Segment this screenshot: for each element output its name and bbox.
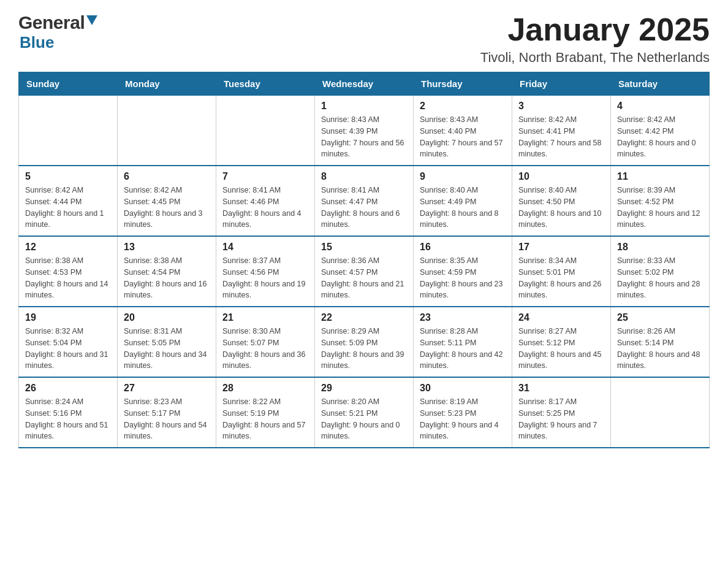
calendar-day-17: 17Sunrise: 8:34 AM Sunset: 5:01 PM Dayli… <box>512 236 611 307</box>
calendar-day-23: 23Sunrise: 8:28 AM Sunset: 5:11 PM Dayli… <box>414 307 512 377</box>
day-number: 20 <box>124 312 210 323</box>
calendar-day-16: 16Sunrise: 8:35 AM Sunset: 4:59 PM Dayli… <box>414 236 512 307</box>
calendar-day-15: 15Sunrise: 8:36 AM Sunset: 4:57 PM Dayli… <box>315 236 414 307</box>
day-info: Sunrise: 8:40 AM Sunset: 4:49 PM Dayligh… <box>420 185 506 231</box>
calendar-day-3: 3Sunrise: 8:42 AM Sunset: 4:41 PM Daylig… <box>512 96 611 166</box>
day-number: 9 <box>420 171 506 182</box>
calendar-empty-cell <box>118 96 216 166</box>
calendar-day-18: 18Sunrise: 8:33 AM Sunset: 5:02 PM Dayli… <box>611 236 710 307</box>
day-number: 30 <box>420 383 506 394</box>
calendar-day-2: 2Sunrise: 8:43 AM Sunset: 4:40 PM Daylig… <box>414 96 512 166</box>
day-info: Sunrise: 8:23 AM Sunset: 5:17 PM Dayligh… <box>124 396 210 442</box>
day-info: Sunrise: 8:42 AM Sunset: 4:44 PM Dayligh… <box>25 185 111 231</box>
day-number: 25 <box>617 312 703 323</box>
calendar-day-20: 20Sunrise: 8:31 AM Sunset: 5:05 PM Dayli… <box>118 307 216 377</box>
day-number: 28 <box>222 383 308 394</box>
day-number: 26 <box>25 383 111 394</box>
weekday-header-thursday: Thursday <box>414 72 512 96</box>
day-number: 19 <box>25 312 111 323</box>
day-number: 29 <box>321 383 407 394</box>
day-info: Sunrise: 8:36 AM Sunset: 4:57 PM Dayligh… <box>321 255 407 301</box>
calendar-table: SundayMondayTuesdayWednesdayThursdayFrid… <box>18 72 710 448</box>
calendar-day-24: 24Sunrise: 8:27 AM Sunset: 5:12 PM Dayli… <box>512 307 611 377</box>
calendar-day-9: 9Sunrise: 8:40 AM Sunset: 4:49 PM Daylig… <box>414 166 512 236</box>
day-info: Sunrise: 8:22 AM Sunset: 5:19 PM Dayligh… <box>222 396 308 442</box>
page-subtitle: Tivoli, North Brabant, The Netherlands <box>480 50 710 66</box>
calendar-week-row: 19Sunrise: 8:32 AM Sunset: 5:04 PM Dayli… <box>19 307 710 377</box>
calendar-day-25: 25Sunrise: 8:26 AM Sunset: 5:14 PM Dayli… <box>611 307 710 377</box>
day-number: 3 <box>518 101 604 112</box>
day-number: 21 <box>222 312 308 323</box>
day-info: Sunrise: 8:39 AM Sunset: 4:52 PM Dayligh… <box>617 185 703 231</box>
calendar-day-28: 28Sunrise: 8:22 AM Sunset: 5:19 PM Dayli… <box>216 377 315 448</box>
logo: General Blue <box>18 12 97 52</box>
calendar-day-29: 29Sunrise: 8:20 AM Sunset: 5:21 PM Dayli… <box>315 377 414 448</box>
logo-general-text: General <box>18 12 85 33</box>
day-info: Sunrise: 8:40 AM Sunset: 4:50 PM Dayligh… <box>518 185 604 231</box>
day-info: Sunrise: 8:20 AM Sunset: 5:21 PM Dayligh… <box>321 396 407 442</box>
day-info: Sunrise: 8:42 AM Sunset: 4:45 PM Dayligh… <box>124 185 210 231</box>
calendar-day-12: 12Sunrise: 8:38 AM Sunset: 4:53 PM Dayli… <box>19 236 118 307</box>
calendar-day-4: 4Sunrise: 8:42 AM Sunset: 4:42 PM Daylig… <box>611 96 710 166</box>
calendar-day-10: 10Sunrise: 8:40 AM Sunset: 4:50 PM Dayli… <box>512 166 611 236</box>
day-info: Sunrise: 8:29 AM Sunset: 5:09 PM Dayligh… <box>321 326 407 372</box>
calendar-day-5: 5Sunrise: 8:42 AM Sunset: 4:44 PM Daylig… <box>19 166 118 236</box>
day-number: 22 <box>321 312 407 323</box>
day-info: Sunrise: 8:37 AM Sunset: 4:56 PM Dayligh… <box>222 255 308 301</box>
calendar-week-row: 26Sunrise: 8:24 AM Sunset: 5:16 PM Dayli… <box>19 377 710 448</box>
day-info: Sunrise: 8:24 AM Sunset: 5:16 PM Dayligh… <box>25 396 111 442</box>
day-info: Sunrise: 8:27 AM Sunset: 5:12 PM Dayligh… <box>518 326 604 372</box>
logo-triangle-icon <box>86 15 97 28</box>
day-info: Sunrise: 8:38 AM Sunset: 4:53 PM Dayligh… <box>25 255 111 301</box>
calendar-day-27: 27Sunrise: 8:23 AM Sunset: 5:17 PM Dayli… <box>118 377 216 448</box>
calendar-day-30: 30Sunrise: 8:19 AM Sunset: 5:23 PM Dayli… <box>414 377 512 448</box>
calendar-day-13: 13Sunrise: 8:38 AM Sunset: 4:54 PM Dayli… <box>118 236 216 307</box>
calendar-empty-cell <box>19 96 118 166</box>
day-info: Sunrise: 8:19 AM Sunset: 5:23 PM Dayligh… <box>420 396 506 442</box>
day-info: Sunrise: 8:28 AM Sunset: 5:11 PM Dayligh… <box>420 326 506 372</box>
day-info: Sunrise: 8:43 AM Sunset: 4:40 PM Dayligh… <box>420 114 506 160</box>
day-info: Sunrise: 8:30 AM Sunset: 5:07 PM Dayligh… <box>222 326 308 372</box>
day-info: Sunrise: 8:17 AM Sunset: 5:25 PM Dayligh… <box>518 396 604 442</box>
day-number: 27 <box>124 383 210 394</box>
calendar-day-19: 19Sunrise: 8:32 AM Sunset: 5:04 PM Dayli… <box>19 307 118 377</box>
day-info: Sunrise: 8:41 AM Sunset: 4:46 PM Dayligh… <box>222 185 308 231</box>
day-info: Sunrise: 8:31 AM Sunset: 5:05 PM Dayligh… <box>124 326 210 372</box>
day-number: 23 <box>420 312 506 323</box>
title-section: January 2025 Tivoli, North Brabant, The … <box>480 12 710 66</box>
calendar-week-row: 12Sunrise: 8:38 AM Sunset: 4:53 PM Dayli… <box>19 236 710 307</box>
calendar-empty-cell <box>216 96 315 166</box>
day-info: Sunrise: 8:43 AM Sunset: 4:39 PM Dayligh… <box>321 114 407 160</box>
day-info: Sunrise: 8:32 AM Sunset: 5:04 PM Dayligh… <box>25 326 111 372</box>
day-number: 16 <box>420 242 506 253</box>
calendar-day-26: 26Sunrise: 8:24 AM Sunset: 5:16 PM Dayli… <box>19 377 118 448</box>
day-number: 6 <box>124 171 210 182</box>
day-info: Sunrise: 8:33 AM Sunset: 5:02 PM Dayligh… <box>617 255 703 301</box>
day-number: 18 <box>617 242 703 253</box>
calendar-day-1: 1Sunrise: 8:43 AM Sunset: 4:39 PM Daylig… <box>315 96 414 166</box>
calendar-day-6: 6Sunrise: 8:42 AM Sunset: 4:45 PM Daylig… <box>118 166 216 236</box>
page-header: General Blue January 2025 Tivoli, North … <box>18 12 710 66</box>
day-info: Sunrise: 8:26 AM Sunset: 5:14 PM Dayligh… <box>617 326 703 372</box>
day-number: 13 <box>124 242 210 253</box>
calendar-day-11: 11Sunrise: 8:39 AM Sunset: 4:52 PM Dayli… <box>611 166 710 236</box>
calendar-day-31: 31Sunrise: 8:17 AM Sunset: 5:25 PM Dayli… <box>512 377 611 448</box>
weekday-header-friday: Friday <box>512 72 611 96</box>
calendar-day-22: 22Sunrise: 8:29 AM Sunset: 5:09 PM Dayli… <box>315 307 414 377</box>
day-number: 2 <box>420 101 506 112</box>
day-number: 11 <box>617 171 703 182</box>
day-number: 8 <box>321 171 407 182</box>
day-number: 15 <box>321 242 407 253</box>
day-number: 31 <box>518 383 604 394</box>
day-number: 5 <box>25 171 111 182</box>
calendar-day-8: 8Sunrise: 8:41 AM Sunset: 4:47 PM Daylig… <box>315 166 414 236</box>
calendar-empty-cell <box>611 377 710 448</box>
day-number: 14 <box>222 242 308 253</box>
day-number: 10 <box>518 171 604 182</box>
weekday-header-wednesday: Wednesday <box>315 72 414 96</box>
weekday-header-monday: Monday <box>118 72 216 96</box>
weekday-header-tuesday: Tuesday <box>216 72 315 96</box>
day-number: 12 <box>25 242 111 253</box>
day-info: Sunrise: 8:42 AM Sunset: 4:41 PM Dayligh… <box>518 114 604 160</box>
day-number: 4 <box>617 101 703 112</box>
